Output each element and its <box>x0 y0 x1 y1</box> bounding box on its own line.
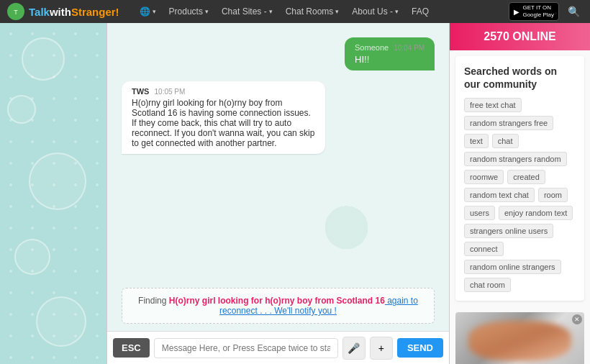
online-banner: 2570 ONLINE <box>450 23 590 50</box>
message-right-1: Someone 10:04 PM HI!! <box>122 37 435 70</box>
bottom-thumbnail: ✕ <box>455 312 584 364</box>
search-tag[interactable]: room <box>538 188 568 202</box>
search-tag[interactable]: random strangers random <box>464 152 567 166</box>
products-label: Products <box>169 6 203 17</box>
send-button[interactable]: SEND <box>397 338 443 358</box>
search-tag[interactable]: connect <box>464 242 504 256</box>
google-play-text: GET IT ONGoogle Play <box>522 4 554 18</box>
chat-sites-chevron: ▾ <box>269 8 273 15</box>
search-tag[interactable]: enjoy random text <box>499 206 573 220</box>
logo-stranger: Stranger! <box>71 6 119 18</box>
msg-sender-someone: Someone 10:04 PM <box>355 43 425 52</box>
message-input[interactable] <box>154 338 338 358</box>
search-icon[interactable]: 🔍 <box>565 3 583 20</box>
svg-text:T: T <box>14 9 18 16</box>
about-us-label: About Us - <box>352 6 393 17</box>
search-tag[interactable]: chat <box>492 134 519 148</box>
search-tag[interactable]: chat room <box>464 278 511 292</box>
chat-messages: Someone 10:04 PM HI!! TWS 10:05 PM H(o)r… <box>107 23 449 288</box>
search-tag[interactable]: strangers online users <box>464 224 553 238</box>
search-words-title: Searched words on our community <box>464 65 576 91</box>
main-content: Someone 10:04 PM HI!! TWS 10:05 PM H(o)r… <box>0 23 590 364</box>
globe-icon: 🌐 <box>140 6 150 17</box>
add-button[interactable]: + <box>370 337 393 360</box>
online-count: 2570 ONLINE <box>484 30 555 42</box>
search-tag[interactable]: random text chat <box>464 188 535 202</box>
chat-rooms-nav[interactable]: Chat Rooms ▾ <box>280 0 345 23</box>
search-tag[interactable]: text <box>464 134 489 148</box>
tag-cloud: free text chatrandom strangers freetextc… <box>464 98 576 292</box>
deco-bubble-5 <box>36 296 86 347</box>
mic-icon: 🎤 <box>348 342 360 354</box>
msg-text-someone: HI!! <box>355 54 425 65</box>
search-tag[interactable]: free text chat <box>464 98 522 112</box>
left-sidebar <box>0 23 106 364</box>
products-chevron: ▾ <box>205 8 209 15</box>
thumb-blur-blob <box>468 321 571 361</box>
deco-bubble-2 <box>7 95 36 124</box>
logo-talk: Talk <box>29 6 50 18</box>
mic-button[interactable]: 🎤 <box>342 337 366 360</box>
chat-sites-nav[interactable]: Chat Sites - ▾ <box>216 0 278 23</box>
message-left-1: TWS 10:05 PM H(o)rny girl looking for h(… <box>122 81 435 154</box>
search-tag[interactable]: roomwe <box>464 170 504 184</box>
input-bar: ESC 🎤 + SEND <box>107 331 449 364</box>
search-words-panel: Searched words on our community free tex… <box>455 56 584 301</box>
chat-rooms-chevron: ▾ <box>335 8 339 15</box>
tws-sender-name: TWS <box>132 87 149 96</box>
search-tag[interactable]: created <box>507 170 545 184</box>
msg-sender-tws: TWS 10:05 PM <box>132 87 315 96</box>
message-bubble-right-1: Someone 10:04 PM HI!! <box>345 37 435 70</box>
products-nav[interactable]: Products ▾ <box>163 0 214 23</box>
reconnect-prefix: Finding <box>138 296 169 306</box>
reconnect-highlight: H(o)rny girl looking for h(o)rny boy fro… <box>169 296 385 306</box>
globe-nav[interactable]: 🌐 ▾ <box>134 0 162 23</box>
thumb-image <box>455 312 584 364</box>
logo-text: TalkwithStranger! <box>29 6 119 18</box>
about-us-chevron: ▾ <box>395 8 399 15</box>
search-tag[interactable]: random online strangers <box>464 260 561 274</box>
faq-label: FAQ <box>412 6 429 17</box>
message-bubble-left-1: TWS 10:05 PM H(o)rny girl looking for h(… <box>122 81 325 154</box>
faq-nav[interactable]: FAQ <box>406 0 435 23</box>
chat-rooms-label: Chat Rooms <box>286 6 334 17</box>
plus-icon: + <box>378 342 384 354</box>
reconnect-notice: Finding H(o)rny girl looking for h(o)rny… <box>122 288 435 324</box>
deco-bubble-1 <box>22 37 65 81</box>
deco-bubble-4 <box>14 239 50 275</box>
msg-text-tws: H(o)rny girl looking for h(o)rny boy fro… <box>132 98 315 148</box>
search-tag[interactable]: users <box>464 206 495 220</box>
google-play-button[interactable]: ▶ GET IT ONGoogle Play <box>509 2 559 20</box>
header: T TalkwithStranger! 🌐 ▾ Products ▾ Chat … <box>0 0 590 23</box>
right-sidebar: 2570 ONLINE Searched words on our commun… <box>450 23 590 364</box>
logo-icon: T <box>7 3 24 20</box>
about-us-nav[interactable]: About Us - ▾ <box>346 0 404 23</box>
deco-bubble-3 <box>29 153 86 210</box>
google-play-icon: ▶ <box>514 8 519 16</box>
logo-with: with <box>50 6 71 18</box>
search-tag[interactable]: random strangers free <box>464 116 553 130</box>
chat-sites-label: Chat Sites - <box>222 6 267 17</box>
esc-button[interactable]: ESC <box>113 338 150 358</box>
main-nav: 🌐 ▾ Products ▾ Chat Sites - ▾ Chat Rooms… <box>134 0 509 23</box>
logo-area[interactable]: T TalkwithStranger! <box>7 3 119 20</box>
chat-area: Someone 10:04 PM HI!! TWS 10:05 PM H(o)r… <box>106 23 450 364</box>
globe-chevron: ▾ <box>153 8 156 15</box>
